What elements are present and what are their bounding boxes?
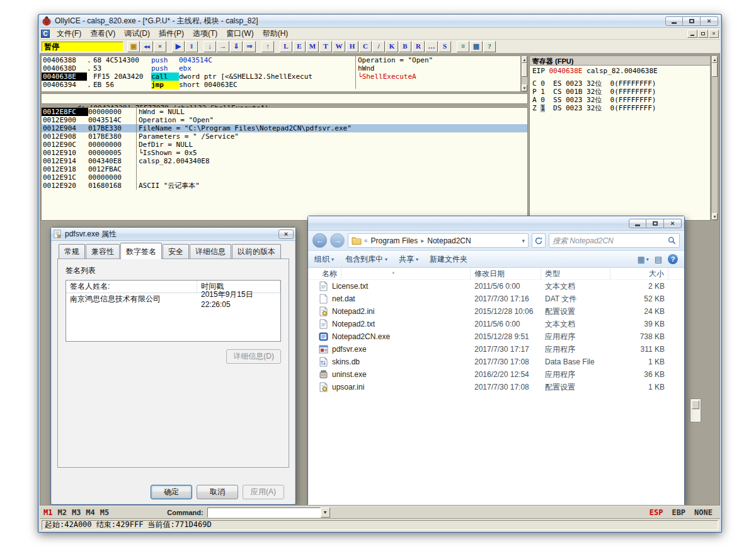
toolbar-view-windows-button[interactable]: W: [333, 41, 345, 52]
menu-item[interactable]: 查看(V): [86, 27, 120, 40]
toolbar-animate-into-button[interactable]: ⇓: [230, 41, 243, 52]
scroll-thumb[interactable]: [522, 63, 527, 77]
stack-row[interactable]: 0012E9180012FBAC: [42, 165, 527, 173]
file-row[interactable]: Notepad2.txt2011/5/6 0:00文本文档39 KB: [308, 318, 684, 330]
minimize-button[interactable]: [629, 219, 646, 228]
scroll-down-icon[interactable]: ▼: [712, 213, 718, 220]
minimize-button[interactable]: [665, 16, 683, 26]
menu-item[interactable]: 帮助(H): [258, 27, 293, 40]
toolbar-view-log-button[interactable]: L: [280, 41, 292, 52]
column-header-date[interactable]: 修改日期: [471, 268, 541, 279]
toolbar-view-run-trace-button[interactable]: …: [425, 41, 438, 52]
file-row[interactable]: License.txt2011/5/6 0:00文本文档2 KB: [308, 280, 684, 293]
breadcrumb-overflow-icon[interactable]: «: [364, 237, 368, 244]
file-row[interactable]: net.dat2017/7/30 17:16DAT 文件52 KB: [308, 293, 684, 305]
mdi-restore-button[interactable]: [698, 30, 708, 38]
search-box[interactable]: [549, 233, 680, 248]
toolbar-view-handles-button[interactable]: H: [346, 41, 358, 52]
register-flag-row[interactable]: A 0 SS 0023 32位 0(FFFFFFFF): [532, 96, 707, 104]
cancel-button[interactable]: 取消: [197, 485, 238, 499]
column-signer-name[interactable]: 签名人姓名:: [66, 281, 197, 293]
file-row[interactable]: Notepad2.ini2015/12/28 10:06配置设置24 KB: [308, 305, 684, 318]
scroll-thumb[interactable]: [692, 400, 699, 409]
explorer-toolbar-organize[interactable]: 组织▾: [314, 254, 334, 265]
scroll-up-icon[interactable]: ▲: [712, 56, 718, 63]
explorer-toolbar-new-folder[interactable]: 新建文件夹: [430, 254, 467, 265]
toolbar-pause-button[interactable]: ‖: [185, 41, 198, 52]
search-input[interactable]: [553, 236, 668, 245]
column-header-type[interactable]: 类型: [541, 268, 610, 279]
disassembly-scrollbar[interactable]: ▲ ▼: [521, 55, 528, 92]
tab-4[interactable]: 详细信息: [190, 244, 231, 259]
dialog-close-button[interactable]: ×: [278, 229, 294, 239]
stack-row[interactable]: 0012E9000043514COperation = "Open": [42, 116, 527, 124]
mdi-minimize-button[interactable]: [687, 30, 697, 38]
column-header-size[interactable]: 大小: [610, 268, 668, 279]
stack-row[interactable]: 0012E8FC00000000hWnd = NULL: [42, 108, 527, 116]
stack-row[interactable]: 0012E91C00000000: [42, 173, 527, 182]
toolbar-animate-over-button[interactable]: ⇒: [243, 41, 256, 52]
toolbar-view-memory-button[interactable]: M: [306, 41, 319, 52]
close-button[interactable]: ×: [701, 16, 718, 26]
explorer-titlebar[interactable]: ×: [308, 216, 684, 231]
toolbar-view-threads-button[interactable]: T: [319, 41, 332, 52]
m-button-m1[interactable]: M1: [43, 508, 52, 517]
toolbar-help-button[interactable]: ?: [483, 41, 496, 52]
obscured-scrollbar-fragment[interactable]: [690, 398, 701, 422]
stack-row[interactable]: 0012E904017BE330FileName = "C:\Program F…: [42, 124, 527, 132]
back-button[interactable]: ←: [312, 233, 327, 248]
disasm-row[interactable]: 0040638D.53pushebxhWnd: [42, 64, 520, 72]
breadcrumb-item[interactable]: Program Files: [369, 236, 420, 246]
stack-row[interactable]: 0012E91000000005└IsShown = 0x5: [42, 149, 527, 157]
file-row[interactable]: skins.db2017/7/30 17:08Data Base File1 K…: [308, 356, 684, 368]
m-button-m4[interactable]: M4: [86, 508, 94, 517]
disasm-row[interactable]: 00406394.EB 56jmpshort 004063EC: [42, 81, 520, 89]
cpu-window-icon[interactable]: C: [41, 30, 50, 38]
file-row[interactable]: pdfsvr.exe2017/7/30 17:17应用程序311 KB: [308, 343, 684, 356]
toolbar-run-button[interactable]: ▶: [172, 41, 185, 52]
address-bar[interactable]: «Program Files▸Notepad2CN ▾: [348, 233, 529, 248]
breadcrumb-item[interactable]: Notepad2CN: [425, 236, 472, 246]
toolbar-view-references-button[interactable]: R: [412, 41, 425, 52]
menu-item[interactable]: 窗口(W): [222, 27, 258, 40]
toolbar-view-cpu-button[interactable]: C: [359, 41, 372, 52]
tab-3[interactable]: 安全: [163, 244, 189, 259]
explorer-toolbar-share[interactable]: 共享▾: [399, 254, 418, 265]
toolbar-step-into-button[interactable]: ↓: [203, 41, 216, 52]
dialog-titlebar[interactable]: pdfsvr.exe 属性 ×: [51, 228, 295, 241]
m-button-m5[interactable]: M5: [100, 508, 109, 517]
file-row[interactable]: upsoar.ini2017/7/30 17:08配置设置1 KB: [308, 381, 684, 393]
toolbar-view-call-stack-button[interactable]: K: [386, 41, 398, 52]
refresh-button[interactable]: [532, 233, 546, 248]
forward-button[interactable]: →: [330, 233, 345, 248]
menu-item[interactable]: 调试(D): [120, 27, 154, 40]
stack-row[interactable]: 0012E908017BE380Parameters = " /Service": [42, 132, 527, 141]
menu-item[interactable]: 选项(T): [188, 27, 222, 40]
toolbar-view-breakpoints-button[interactable]: B: [399, 41, 411, 52]
mdi-close-button[interactable]: ×: [709, 30, 719, 38]
indicator-none[interactable]: NONE: [694, 508, 713, 517]
address-dropdown-icon[interactable]: ▾: [522, 238, 525, 244]
disasm-row[interactable]: 00406388.68 4C514300push0043514COperatio…: [42, 56, 520, 64]
ok-button[interactable]: 确定: [151, 485, 192, 499]
scroll-up-icon[interactable]: ▲: [522, 56, 527, 63]
scroll-down-icon[interactable]: ▼: [522, 84, 527, 91]
register-flag-row[interactable]: Z 1 DS 0023 32位 0(FFFFFFFF): [532, 104, 707, 112]
scroll-thumb[interactable]: [712, 63, 718, 77]
stack-row[interactable]: 0012E92001680168ASCII "云记事本": [42, 182, 527, 190]
toolbar-view-executables-button[interactable]: E: [293, 41, 306, 52]
tab-0[interactable]: 常规: [59, 244, 85, 259]
toolbar-windows-list-button[interactable]: ▦: [470, 41, 483, 52]
titlebar[interactable]: OllyICE - calsp_820.exe - [*G.P.U* - 主线程…: [40, 14, 720, 28]
register-eip-row[interactable]: EIP 0040638E calsp_82.0040638E: [532, 67, 707, 75]
preview-pane-button[interactable]: ▤: [655, 255, 662, 264]
menu-item[interactable]: 插件(P): [154, 27, 188, 40]
toolbar-view-patches-button[interactable]: /: [372, 41, 385, 52]
indicator-ebp[interactable]: EBP: [672, 508, 685, 517]
column-header-name[interactable]: 名称▴: [314, 268, 471, 279]
register-flag-row[interactable]: P 1 CS 001B 32位 0(FFFFFFFF): [532, 88, 707, 96]
m-button-m2[interactable]: M2: [57, 508, 66, 517]
stack-row[interactable]: 0012E90C00000000DefDir = NULL: [42, 141, 527, 149]
m-button-m3[interactable]: M3: [72, 508, 81, 517]
indicator-esp[interactable]: ESP: [650, 508, 663, 517]
